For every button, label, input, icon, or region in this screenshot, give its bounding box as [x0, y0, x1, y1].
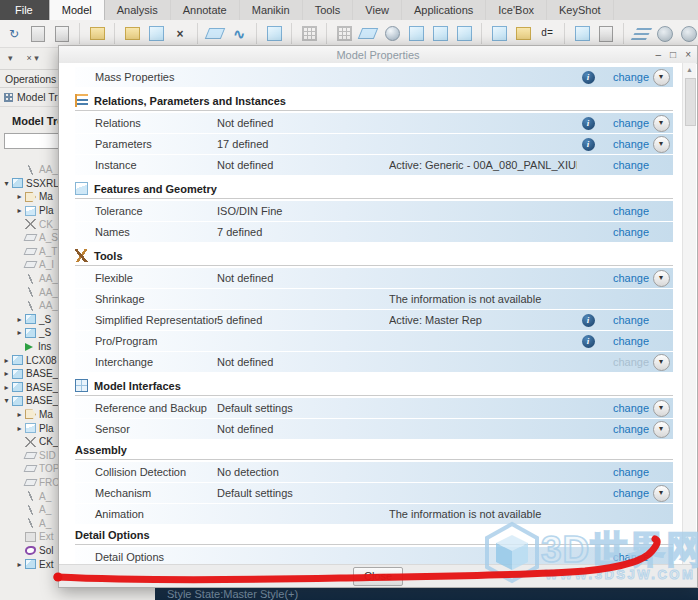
- tree-item-label: _S: [39, 314, 51, 325]
- change-link[interactable]: change: [599, 272, 649, 284]
- change-link[interactable]: change: [599, 117, 649, 129]
- tools-icon: [75, 249, 88, 262]
- view-manager-icon[interactable]: [655, 24, 675, 44]
- info-icon[interactable]: i: [582, 71, 595, 84]
- tree-expander-icon[interactable]: ▸: [15, 192, 24, 201]
- scroll-up-icon[interactable]: ▲: [683, 63, 696, 73]
- expand-chevron-icon[interactable]: ▾: [653, 354, 670, 371]
- tree-expander-icon[interactable]: ▸: [2, 383, 11, 392]
- info-icon[interactable]: i: [582, 335, 595, 348]
- expand-chevron-icon[interactable]: ▾: [653, 115, 670, 132]
- tree-expander-icon[interactable]: ▸: [15, 410, 24, 419]
- image-icon[interactable]: [513, 24, 533, 44]
- visibility-icon[interactable]: [679, 24, 698, 44]
- sketch-plane-icon[interactable]: [205, 24, 225, 44]
- filter-dropdown-icon[interactable]: ▾: [8, 53, 13, 63]
- cube-icon: [12, 396, 23, 406]
- axis-icon: [25, 301, 36, 311]
- tab-annotate[interactable]: Annotate: [171, 0, 240, 20]
- tab-view[interactable]: View: [353, 0, 402, 20]
- tree-expander-icon[interactable]: ▾: [2, 396, 11, 405]
- close-icon[interactable]: ×: [685, 49, 691, 60]
- copy-view-icon[interactable]: [596, 24, 616, 44]
- tree-expander-icon[interactable]: ▸: [2, 356, 11, 365]
- property-label: Interchange: [75, 356, 217, 368]
- view-cube-icon[interactable]: [572, 24, 592, 44]
- regenerate-icon[interactable]: ↻: [4, 24, 24, 44]
- appearance-table-icon[interactable]: [334, 24, 354, 44]
- change-link[interactable]: change: [599, 423, 649, 435]
- grid-icon[interactable]: [299, 24, 319, 44]
- expand-chevron-icon[interactable]: ▾: [653, 136, 670, 153]
- tree-item-label: A_: [39, 518, 51, 529]
- tree-expander-icon[interactable]: ▸: [2, 369, 11, 378]
- change-link[interactable]: change: [599, 402, 649, 414]
- extrude-icon: [25, 559, 36, 569]
- tab-model[interactable]: Model: [49, 0, 105, 20]
- spin-center-icon[interactable]: [489, 24, 509, 44]
- change-link[interactable]: change: [599, 205, 649, 217]
- tree-expander-icon[interactable]: ▾: [2, 179, 11, 188]
- tree-expander-icon[interactable]: ▸: [15, 560, 24, 569]
- clear-filter-icon[interactable]: × ▾: [27, 53, 39, 63]
- expand-chevron-icon[interactable]: ▾: [653, 485, 670, 502]
- select-icon[interactable]: ×: [170, 24, 190, 44]
- layers-icon[interactable]: [631, 24, 651, 44]
- expand-chevron-icon[interactable]: ▾: [653, 69, 670, 86]
- info-icon[interactable]: i: [582, 117, 595, 130]
- change-link[interactable]: change: [599, 159, 649, 171]
- info-icon-cell: i: [577, 71, 599, 84]
- copy-icon[interactable]: [52, 24, 72, 44]
- tab-icebox[interactable]: Ice'Box: [486, 0, 547, 20]
- change-link[interactable]: change: [599, 551, 649, 563]
- tab-manikin[interactable]: Manikin: [240, 0, 303, 20]
- tab-keyshot[interactable]: KeyShot: [547, 0, 614, 20]
- dialog-title-bar[interactable]: Model Properties – □ ×: [59, 46, 697, 64]
- minimize-icon[interactable]: –: [656, 49, 662, 60]
- dialog-scrollbar[interactable]: ▲: [682, 63, 696, 565]
- tree-item-label: Ext: [39, 559, 53, 570]
- change-link[interactable]: change: [599, 138, 649, 150]
- tree-expander-icon[interactable]: ▸: [15, 315, 24, 324]
- plane-display-icon[interactable]: [358, 24, 378, 44]
- datum-plane-icon[interactable]: [122, 24, 142, 44]
- info-icon-cell: i: [577, 335, 599, 348]
- info-icon[interactable]: i: [582, 314, 595, 327]
- spline-icon[interactable]: ∿: [229, 24, 249, 44]
- tab-tools[interactable]: Tools: [303, 0, 354, 20]
- tab-file[interactable]: File: [0, 0, 49, 20]
- property-label: Detail Options: [75, 551, 217, 563]
- property-row: ToleranceISO/DIN Finechange: [75, 201, 673, 221]
- shaded-box-icon[interactable]: [454, 24, 474, 44]
- dimension-icon[interactable]: d=: [537, 24, 557, 44]
- paste-icon[interactable]: [28, 24, 48, 44]
- user-defined-feature-icon[interactable]: [87, 24, 107, 44]
- tree-expander-icon[interactable]: ▸: [15, 206, 24, 215]
- copy-geometry-icon[interactable]: [146, 24, 166, 44]
- tab-applications[interactable]: Applications: [402, 0, 486, 20]
- info-icon[interactable]: i: [582, 138, 595, 151]
- tree-expander-icon[interactable]: ▸: [15, 328, 24, 337]
- wireframe-box-icon[interactable]: [430, 24, 450, 44]
- change-link[interactable]: change: [599, 335, 649, 347]
- property-row: Reference and BackupDefault settingschan…: [75, 398, 673, 418]
- pattern-box-icon[interactable]: [264, 24, 284, 44]
- change-link[interactable]: change: [599, 226, 649, 238]
- expand-chevron-icon[interactable]: ▾: [653, 270, 670, 287]
- expand-chevron-cell: ▾: [649, 485, 673, 502]
- change-link[interactable]: change: [599, 466, 649, 478]
- change-link[interactable]: change: [599, 314, 649, 326]
- change-link[interactable]: change: [599, 487, 649, 499]
- cube-icon: [12, 355, 23, 365]
- close-button[interactable]: Close: [353, 567, 403, 586]
- tree-expander-icon[interactable]: ▸: [15, 424, 24, 433]
- csys-display-icon[interactable]: [406, 24, 426, 44]
- change-link[interactable]: change: [599, 71, 649, 83]
- expand-chevron-icon[interactable]: ▾: [653, 400, 670, 417]
- expand-chevron-icon[interactable]: ▾: [653, 421, 670, 438]
- maximize-icon[interactable]: □: [670, 49, 676, 60]
- tab-analysis[interactable]: Analysis: [105, 0, 171, 20]
- scrollbar-thumb[interactable]: [685, 78, 696, 126]
- dialog-footer: Close: [59, 564, 697, 587]
- sphere-display-icon[interactable]: [382, 24, 402, 44]
